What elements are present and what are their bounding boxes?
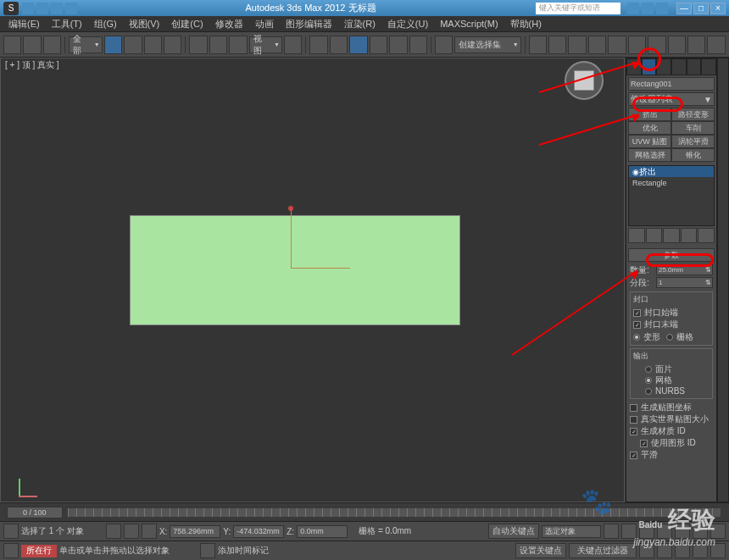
select-name-icon[interactable] <box>124 36 142 54</box>
qat-icon[interactable] <box>36 3 48 14</box>
tab-utilities-icon[interactable] <box>701 58 716 75</box>
y-coord-input[interactable] <box>233 525 284 538</box>
cap-end-checkbox[interactable]: ✓ <box>633 321 641 329</box>
morph-radio[interactable] <box>633 334 640 341</box>
object-name-input[interactable]: Rectang001 <box>628 77 715 91</box>
z-coord-input[interactable] <box>297 525 348 538</box>
named-selection-dropdown[interactable]: 创建选择集 <box>454 36 520 53</box>
qat-icon[interactable] <box>22 3 34 14</box>
play-next-icon[interactable] <box>639 524 654 539</box>
selection-filter-dropdown[interactable]: 全部 <box>69 36 102 53</box>
absolute-icon[interactable] <box>142 524 157 539</box>
menu-grapheditors[interactable]: 图形编辑器 <box>281 16 337 32</box>
timeline-track[interactable] <box>68 508 721 517</box>
nav-max-icon[interactable] <box>710 524 726 539</box>
minimize-button[interactable]: — <box>676 3 692 14</box>
stack-item-extrude[interactable]: ◉ 挤出 <box>629 166 714 177</box>
mod-optimize-button[interactable]: 优化 <box>628 121 671 135</box>
unique-icon[interactable] <box>663 228 680 243</box>
modifier-list-dropdown[interactable]: 修改器列表▼ <box>628 92 715 106</box>
mod-lathe-button[interactable]: 车削 <box>671 121 715 135</box>
menu-create[interactable]: 创建(C) <box>166 16 208 32</box>
show-end-icon[interactable] <box>646 228 663 243</box>
mod-pathdeform-button[interactable]: 路径变形 <box>671 108 715 121</box>
layers-icon[interactable] <box>568 36 586 54</box>
remove-mod-icon[interactable] <box>681 228 698 243</box>
segments-spinner[interactable]: 1 <box>656 277 713 288</box>
angle-snap-icon[interactable] <box>370 36 387 54</box>
pin-stack-icon[interactable] <box>628 228 645 243</box>
qat-icon[interactable] <box>51 3 63 14</box>
lock-selection-icon[interactable] <box>106 524 121 539</box>
rollout-parameters-header[interactable]: 参数 <box>628 248 715 262</box>
material-editor-icon[interactable] <box>648 36 665 54</box>
menu-animation[interactable]: 动画 <box>250 16 279 32</box>
patch-radio[interactable] <box>645 366 652 373</box>
menu-help[interactable]: 帮助(H) <box>505 16 547 32</box>
link-icon[interactable] <box>43 36 61 54</box>
close-button[interactable]: × <box>710 3 726 14</box>
nav-fov-icon[interactable] <box>675 543 690 558</box>
pivot-icon[interactable] <box>284 36 302 54</box>
render-setup-icon[interactable] <box>668 36 686 54</box>
realworld-checkbox[interactable] <box>630 416 637 424</box>
qat-icon[interactable] <box>65 3 77 14</box>
play-prev-icon[interactable] <box>604 524 619 539</box>
play-icon[interactable] <box>621 524 637 539</box>
nav-pan-icon[interactable] <box>657 524 672 539</box>
manipulate-icon[interactable] <box>309 36 327 54</box>
script-macro-icon[interactable] <box>3 543 19 558</box>
undo-icon[interactable] <box>3 36 21 54</box>
menu-edit[interactable]: 编辑(E) <box>3 16 45 32</box>
selection-set-input[interactable] <box>542 525 601 538</box>
mod-turbosmooth-button[interactable]: 涡轮平滑 <box>671 135 715 148</box>
nurbs-radio[interactable] <box>645 388 652 395</box>
stack-item-rectangle[interactable]: Rectangle <box>629 177 714 188</box>
mesh-radio[interactable] <box>645 377 652 384</box>
menu-customize[interactable]: 自定义(U) <box>382 16 433 32</box>
add-time-label[interactable]: 添加时间标记 <box>218 545 269 557</box>
nav-walk-icon[interactable] <box>693 543 708 558</box>
amount-spinner[interactable]: 25.0mm <box>656 264 713 275</box>
lock-row-button[interactable]: 所在行 <box>21 545 57 557</box>
menu-tools[interactable]: 工具(T) <box>47 16 87 32</box>
rotate-icon[interactable] <box>209 36 227 54</box>
info-icon[interactable] <box>627 3 639 14</box>
curve-editor-icon[interactable] <box>608 36 626 54</box>
tab-display-icon[interactable] <box>687 58 702 75</box>
nav-orbit-icon[interactable] <box>693 524 708 539</box>
keyboard-shortcut-icon[interactable] <box>330 36 348 54</box>
gizmo-icon[interactable] <box>291 209 350 269</box>
help-icon[interactable] <box>656 3 668 14</box>
menu-group[interactable]: 组(G) <box>89 16 122 32</box>
genmat-checkbox[interactable]: ✓ <box>630 428 637 435</box>
graphite-icon[interactable] <box>588 36 606 54</box>
mod-uvw-button[interactable]: UVW 贴图 <box>628 135 671 148</box>
rendered-frame-icon[interactable] <box>687 36 705 54</box>
cap-start-checkbox[interactable]: ✓ <box>633 309 641 317</box>
time-tag-icon[interactable] <box>200 543 215 558</box>
nav-zoom-icon[interactable] <box>675 524 690 539</box>
genmap-checkbox[interactable] <box>630 404 637 412</box>
percent-snap-icon[interactable] <box>389 36 407 54</box>
mod-meshselect-button[interactable]: 网格选择 <box>628 148 671 162</box>
select-icon[interactable] <box>104 36 122 54</box>
spinner-snap-icon[interactable] <box>409 36 427 54</box>
help-search-input[interactable]: 键入关键字或短语 <box>536 3 620 14</box>
time-config-icon[interactable] <box>639 543 654 558</box>
scale-icon[interactable] <box>229 36 247 54</box>
x-coord-input[interactable] <box>170 525 220 538</box>
menu-rendering[interactable]: 渲染(R) <box>339 16 381 32</box>
ns-edit-icon[interactable] <box>435 36 453 54</box>
window-crossing-icon[interactable] <box>164 36 181 54</box>
panel-scrollbar[interactable] <box>717 58 729 502</box>
modifier-stack[interactable]: ◉ 挤出 Rectangle <box>628 165 715 226</box>
grid-radio[interactable] <box>666 334 673 341</box>
render-icon[interactable] <box>707 36 725 54</box>
viewcube[interactable] <box>565 61 604 100</box>
smooth-checkbox[interactable]: ✓ <box>630 452 637 459</box>
config-mod-icon[interactable] <box>698 228 715 243</box>
isolate-icon[interactable] <box>124 524 139 539</box>
useshape-checkbox[interactable]: ✓ <box>640 440 648 447</box>
select-region-icon[interactable] <box>144 36 162 54</box>
